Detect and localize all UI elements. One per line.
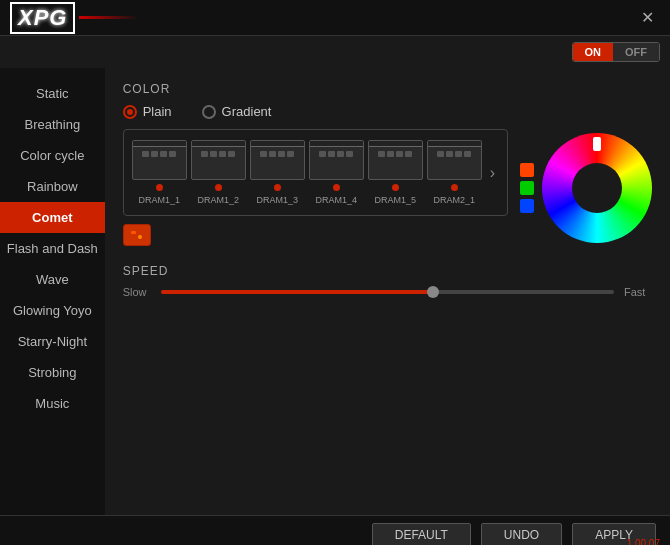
swatch-green[interactable] xyxy=(520,181,534,195)
dram-icon-2 xyxy=(191,140,246,180)
sidebar-item-wave[interactable]: Wave xyxy=(0,264,105,295)
dram-label-1: DRAM1_1 xyxy=(138,195,180,205)
sidebar-item-music[interactable]: Music xyxy=(0,388,105,419)
dram-chip xyxy=(319,151,326,157)
plain-radio[interactable]: Plain xyxy=(123,104,172,119)
dram-scroll-right[interactable]: › xyxy=(486,164,499,182)
on-button[interactable]: ON xyxy=(573,43,614,61)
speed-slider-thumb[interactable] xyxy=(427,286,439,298)
dram-notch xyxy=(369,141,422,147)
dram-chip xyxy=(201,151,208,157)
dram-dot-1 xyxy=(156,184,163,191)
dram-icon-3 xyxy=(250,140,305,180)
sidebar-item-glowing-yoyo[interactable]: Glowing Yoyo xyxy=(0,295,105,326)
dram-label-4: DRAM1_4 xyxy=(315,195,357,205)
dram-notch xyxy=(310,141,363,147)
dram-chip xyxy=(169,151,176,157)
dram-chip xyxy=(142,151,149,157)
gradient-radio[interactable]: Gradient xyxy=(202,104,272,119)
svg-rect-1 xyxy=(131,231,136,234)
dram-chips xyxy=(319,151,353,157)
dram-dot-2 xyxy=(215,184,222,191)
dram-chip xyxy=(151,151,158,157)
dram-chip xyxy=(287,151,294,157)
title-bar: XPG ✕ xyxy=(0,0,670,36)
swatch-blue[interactable] xyxy=(520,199,534,213)
dram-chip xyxy=(378,151,385,157)
dram-chips xyxy=(378,151,412,157)
plain-radio-circle xyxy=(123,105,137,119)
dram-chip xyxy=(346,151,353,157)
dram-dot-3 xyxy=(274,184,281,191)
on-off-bar: ON OFF xyxy=(0,36,670,68)
dram-label-5: DRAM1_5 xyxy=(374,195,416,205)
color-wheel-inner xyxy=(572,163,622,213)
footer-row: DEFAULT UNDO APPLY 1.00.07 xyxy=(0,515,670,545)
dram-chip xyxy=(446,151,453,157)
dram-notch xyxy=(192,141,245,147)
color-wheel-container[interactable] xyxy=(542,133,652,243)
sidebar-item-flash-and-dash[interactable]: Flash and Dash xyxy=(0,233,105,264)
dram-dot-6 xyxy=(451,184,458,191)
color-wheel[interactable] xyxy=(542,133,652,243)
dram-notch xyxy=(428,141,481,147)
dram-chip xyxy=(228,151,235,157)
dram-chip xyxy=(269,151,276,157)
dram-card-2[interactable]: DRAM1_2 xyxy=(191,140,246,205)
dram-notch xyxy=(133,141,186,147)
speed-section-label: SPEED xyxy=(123,264,652,278)
sidebar-item-rainbow[interactable]: Rainbow xyxy=(0,171,105,202)
color-wheel-marker xyxy=(593,137,601,151)
speed-slider[interactable] xyxy=(161,290,614,294)
plain-radio-label: Plain xyxy=(143,104,172,119)
dram-chips xyxy=(142,151,176,157)
sidebar: Static Breathing Color cycle Rainbow Com… xyxy=(0,68,105,515)
dram-chip xyxy=(260,151,267,157)
dram-card-5[interactable]: DRAM1_5 xyxy=(368,140,423,205)
dram-label-6: DRAM2_1 xyxy=(433,195,475,205)
dram-chip xyxy=(405,151,412,157)
off-button[interactable]: OFF xyxy=(613,43,659,61)
xpg-logo-text: XPG xyxy=(10,2,75,34)
dram-chip xyxy=(219,151,226,157)
close-button[interactable]: ✕ xyxy=(635,6,660,29)
dram-chip xyxy=(337,151,344,157)
sidebar-item-comet[interactable]: Comet xyxy=(0,202,105,233)
color-picker-icon[interactable] xyxy=(123,224,151,246)
dram-chip xyxy=(387,151,394,157)
dram-label-3: DRAM1_3 xyxy=(256,195,298,205)
sidebar-item-breathing[interactable]: Breathing xyxy=(0,109,105,140)
sidebar-item-starry-night[interactable]: Starry-Night xyxy=(0,326,105,357)
dram-chip xyxy=(210,151,217,157)
color-section: COLOR Plain Gradient xyxy=(123,82,652,246)
default-button[interactable]: DEFAULT xyxy=(372,523,471,546)
speed-fast-label: Fast xyxy=(624,286,652,298)
color-radio-group: Plain Gradient xyxy=(123,104,652,119)
sidebar-item-strobing[interactable]: Strobing xyxy=(0,357,105,388)
dram-card-4[interactable]: DRAM1_4 xyxy=(309,140,364,205)
swatch-red[interactable] xyxy=(520,163,534,177)
main-layout: Static Breathing Color cycle Rainbow Com… xyxy=(0,68,670,515)
dram-icon-6 xyxy=(427,140,482,180)
sidebar-item-color-cycle[interactable]: Color cycle xyxy=(0,140,105,171)
dram-card-1[interactable]: DRAM1_1 xyxy=(132,140,187,205)
dram-icon-4 xyxy=(309,140,364,180)
speed-slow-label: Slow xyxy=(123,286,151,298)
dram-chip xyxy=(328,151,335,157)
svg-point-2 xyxy=(138,235,142,239)
sidebar-item-static[interactable]: Static xyxy=(0,78,105,109)
dram-chip xyxy=(464,151,471,157)
speed-slider-row: Slow Fast xyxy=(123,286,652,298)
content-area: COLOR Plain Gradient xyxy=(105,68,670,515)
dram-chip xyxy=(396,151,403,157)
dram-card-3[interactable]: DRAM1_3 xyxy=(250,140,305,205)
dram-notch xyxy=(251,141,304,147)
version-text: 1.00.07 xyxy=(627,538,660,545)
dram-chips xyxy=(201,151,235,157)
undo-button[interactable]: UNDO xyxy=(481,523,562,546)
dram-card-6[interactable]: DRAM2_1 xyxy=(427,140,482,205)
color-section-label: COLOR xyxy=(123,82,652,96)
logo: XPG xyxy=(10,2,139,34)
dram-dot-4 xyxy=(333,184,340,191)
dram-dot-5 xyxy=(392,184,399,191)
